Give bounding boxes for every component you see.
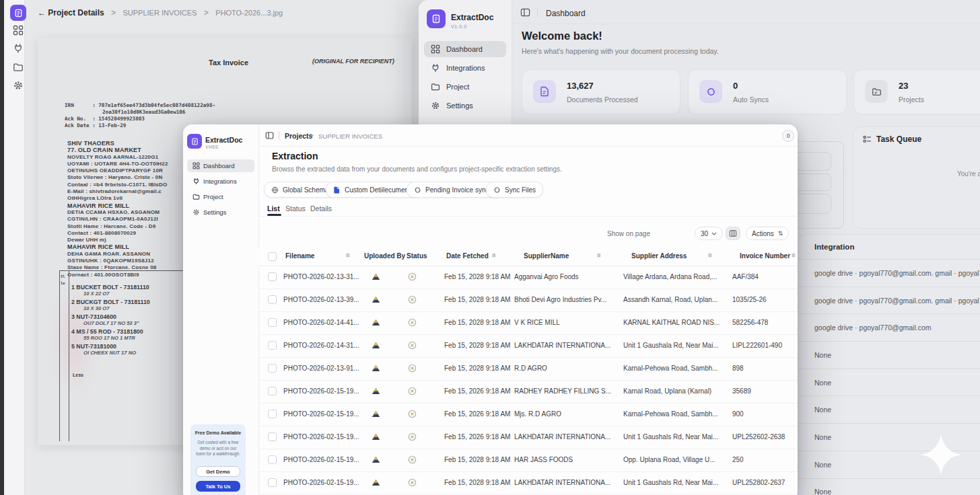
sidebar-item-project[interactable]: Project <box>187 190 254 203</box>
sync-files-button[interactable]: Sync Files <box>486 182 543 198</box>
stat-card-projects: 23 Projects <box>853 69 980 114</box>
stat-label: Auto Syncs <box>733 96 769 104</box>
table-row[interactable]: PHOTO-2026-02-15-19...Feb 15, 2028 9:18 … <box>258 471 798 495</box>
panel-toggle-icon[interactable] <box>265 131 274 140</box>
filter-icon[interactable]: ≡ <box>792 252 796 259</box>
tab-details[interactable]: Details <box>310 204 332 213</box>
row-checkbox[interactable] <box>268 295 277 304</box>
scan-item-name: 5 NUT-73181000 <box>71 343 116 350</box>
table-row[interactable]: PHOTO-2026-02-13-39...Feb 15, 2028 9:18 … <box>258 289 798 312</box>
row-checkbox[interactable] <box>268 410 277 418</box>
scan-ack-date: Ack Date : 13-Feb-29 <box>65 122 126 129</box>
cell-filename: PHOTO-2026-02-14-31... <box>283 342 359 349</box>
row-checkbox[interactable] <box>268 432 277 441</box>
folder-icon <box>431 82 440 91</box>
sidebar-item-settings[interactable]: Settings <box>424 98 506 114</box>
demo-title: Free Demo Available <box>190 430 246 435</box>
page-size-select[interactable]: 30 <box>695 227 723 240</box>
app-logo[interactable] <box>187 134 202 149</box>
modal-breadcrumb-root[interactable]: Projects <box>285 132 312 140</box>
cell-supplier-address: Unit 1 Gaushala Rd, Near Mai... <box>623 342 719 349</box>
cell-supplier-address: Village Ardana, Ardana Road,... <box>623 273 717 280</box>
chevron-down-icon <box>711 232 717 235</box>
row-checkbox[interactable] <box>268 318 277 327</box>
tab-status[interactable]: Status <box>285 204 306 213</box>
modal-sidebar: ExtractDoc VH6S Dashboard Integrations P… <box>183 124 259 495</box>
filter-icon[interactable]: ≡ <box>346 252 350 259</box>
integration-row: google drive · pgoyal770@gmail.com <box>798 313 980 341</box>
cell-date-fetched: Feb 15, 2028 9:18 AM <box>444 365 510 372</box>
cell-supplier-name: R.D AGRO <box>514 365 547 372</box>
scan-text-line: Dewar UHH m) <box>67 237 168 243</box>
sidebar-item-label: Dashboard <box>446 45 483 53</box>
app-logo[interactable] <box>427 9 446 28</box>
table-row[interactable]: PHOTO-2026-02-15-19...Feb 15, 2028 9:18 … <box>258 449 798 472</box>
table-row[interactable]: PHOTO-2026-02-14-31...Feb 15, 2028 9:18 … <box>258 334 798 358</box>
row-checkbox[interactable] <box>268 455 277 464</box>
sidebar-item-label: Dashboard <box>203 162 234 169</box>
scan-item-desc: 55 ROO 17 NO 1 MTR <box>83 335 135 341</box>
row-checkbox[interactable] <box>268 272 277 281</box>
brand-version: VH6S <box>205 145 218 149</box>
cell-supplier-address: Assandh Karnal, Road, Uplan... <box>623 296 718 303</box>
filter-icon[interactable]: ≡ <box>597 252 601 259</box>
grid-icon <box>431 44 440 54</box>
filter-icon[interactable]: ≡ <box>492 252 496 259</box>
get-demo-button[interactable]: Get Demo <box>196 466 240 477</box>
actions-dropdown[interactable]: Actions ⇅ <box>746 227 789 240</box>
table-row[interactable]: PHOTO-2026-02-14-41...Feb 15, 2028 9:18 … <box>258 311 798 335</box>
row-checkbox[interactable] <box>268 478 277 487</box>
cell-supplier-name: Bhoti Devi Agro Industries Pv... <box>514 296 606 303</box>
folder-icon[interactable] <box>13 62 24 73</box>
drive-icon <box>372 296 380 303</box>
talk-to-us-button[interactable]: Talk To Us <box>196 481 240 492</box>
scan-footer: Less <box>73 373 83 377</box>
app-logo[interactable] <box>10 5 26 21</box>
breadcrumb-separator: > <box>310 132 314 139</box>
breadcrumb-section[interactable]: SUPPLIER INVOICES <box>123 9 197 17</box>
sidebar-item-project[interactable]: Project <box>424 79 506 95</box>
cell-filename: PHOTO-2026-02-15-19... <box>283 410 359 418</box>
gear-icon[interactable] <box>13 80 24 91</box>
table-row[interactable]: PHOTO-2026-02-15-19...Feb 15, 2026 9:18 … <box>258 380 798 404</box>
cell-invoice-number: 250 <box>732 456 744 463</box>
table-row[interactable]: PHOTO-2026-02-13-91...Feb 15, 2028 9:18 … <box>258 357 798 381</box>
plug-icon[interactable] <box>13 43 24 54</box>
panel-toggle-icon[interactable] <box>520 7 530 17</box>
filter-icon[interactable]: ≡ <box>708 252 712 259</box>
row-checkbox[interactable] <box>268 364 277 373</box>
folder-icon <box>193 193 200 200</box>
columns-icon <box>729 229 737 237</box>
modal-breadcrumb-section[interactable]: SUPPLIER INVOICES <box>318 132 382 140</box>
pill-label: Global Schema <box>283 186 328 194</box>
sidebar-item-settings[interactable]: Settings <box>187 206 254 219</box>
cell-invoice-number: 582256-478 <box>732 319 768 326</box>
back-arrow-icon[interactable]: ← <box>38 8 46 17</box>
screenshot-root: ← Project Details > SUPPLIER INVOICES > … <box>0 0 980 495</box>
breadcrumb-project[interactable]: Project Details <box>48 8 104 17</box>
table-row[interactable]: PHOTO-2026-02-15-19...Feb 15, 2026 9:18 … <box>258 403 798 426</box>
select-all-checkbox[interactable] <box>268 252 277 261</box>
row-checkbox[interactable] <box>268 387 277 395</box>
scan-text-line: Contaal : =b4 9rbelsto-C1071. IBIsDO <box>67 182 168 188</box>
table-row[interactable]: PHOTO-2026-02-13-31...Feb 15, 2028 9:18 … <box>258 266 798 289</box>
sort-arrows-icon: ⇅ <box>778 230 783 237</box>
table-row[interactable]: PHOTO-2026-02-15-19...Feb 15, 2026 9:18 … <box>258 426 798 449</box>
drive-icon <box>372 410 380 418</box>
sidebar-item-integrations[interactable]: Integrations <box>187 175 254 188</box>
header-border <box>512 24 980 24</box>
scan-item-desc: OU7 DOL7 17 NO 53 3" <box>83 320 139 326</box>
sidebar-item-dashboard[interactable]: Dashboard <box>424 41 506 57</box>
page-subtitle: Browss the extracted data from your docu… <box>272 165 562 173</box>
brand-name: ExtractDoc <box>451 13 493 22</box>
breadcrumb-file: PHOTO-2026...3.jpg <box>215 9 283 17</box>
scan-text-line: SHIV THAOERS <box>67 140 168 147</box>
row-checkbox[interactable] <box>268 341 277 350</box>
notification-badge[interactable]: 0 <box>782 130 794 142</box>
sidebar-item-dashboard[interactable]: Dashboard <box>187 159 254 172</box>
cell-date-fetched: Feb 15, 2028 9:18 AM <box>444 456 510 463</box>
sidebar-item-integrations[interactable]: Integrations <box>424 60 506 76</box>
columns-button[interactable] <box>726 227 740 240</box>
grid-icon[interactable] <box>13 25 24 36</box>
tab-list[interactable]: List <box>267 204 280 213</box>
